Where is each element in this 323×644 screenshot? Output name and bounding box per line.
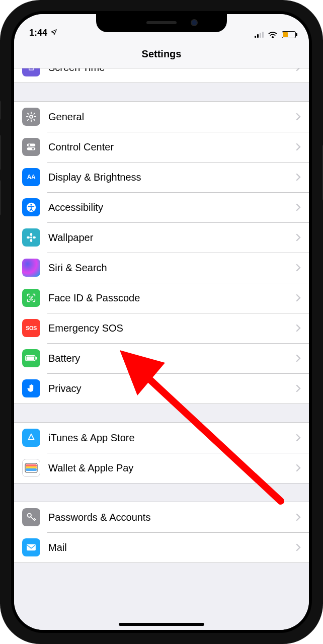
chevron-right-icon bbox=[296, 384, 301, 392]
svg-rect-21 bbox=[26, 468, 37, 471]
mail-icon bbox=[22, 538, 40, 556]
wallet-icon bbox=[22, 459, 40, 477]
row-label: Wallpaper bbox=[48, 232, 296, 244]
chevron-right-icon bbox=[296, 513, 301, 521]
svg-point-0 bbox=[272, 37, 274, 38]
text-size-icon: AA bbox=[22, 168, 40, 186]
switches-icon bbox=[22, 138, 40, 156]
settings-row-display[interactable]: AA Display & Brightness bbox=[14, 162, 309, 192]
cellular-signal-icon bbox=[255, 32, 264, 38]
battery-icon bbox=[22, 349, 40, 367]
row-label: Battery bbox=[48, 353, 296, 364]
settings-row-battery[interactable]: Battery bbox=[14, 343, 309, 373]
svg-point-8 bbox=[30, 236, 32, 238]
settings-group: Passwords & Accounts Mail bbox=[14, 502, 309, 563]
row-label: Accessibility bbox=[48, 202, 296, 213]
svg-point-7 bbox=[30, 204, 32, 205]
row-label: Wallet & Apple Pay bbox=[48, 462, 296, 474]
hand-icon bbox=[22, 379, 40, 397]
svg-point-13 bbox=[27, 264, 36, 272]
key-icon bbox=[22, 508, 40, 526]
settings-row-accessibility[interactable]: Accessibility bbox=[14, 192, 309, 222]
settings-group: Screen Time bbox=[14, 68, 309, 83]
chevron-right-icon bbox=[296, 434, 301, 442]
settings-row-wallet[interactable]: Wallet & Apple Pay bbox=[14, 453, 309, 483]
svg-rect-17 bbox=[27, 357, 34, 360]
svg-point-12 bbox=[33, 236, 36, 238]
location-services-icon bbox=[50, 29, 57, 37]
row-label: Emergency SOS bbox=[48, 323, 296, 334]
settings-row-faceid[interactable]: Face ID & Passcode bbox=[14, 283, 309, 313]
chevron-right-icon bbox=[296, 464, 301, 472]
wifi-icon bbox=[268, 31, 278, 38]
faceid-icon bbox=[22, 289, 40, 307]
chevron-right-icon bbox=[296, 143, 301, 151]
settings-group: General Control Center AA Display & Brig… bbox=[14, 101, 309, 404]
status-time: 1:44 bbox=[29, 28, 47, 38]
chevron-right-icon bbox=[296, 233, 301, 242]
svg-point-10 bbox=[30, 239, 32, 242]
svg-point-3 bbox=[29, 144, 31, 146]
flower-icon bbox=[22, 228, 40, 247]
appstore-icon bbox=[22, 429, 40, 447]
page-title: Settings bbox=[142, 48, 182, 60]
gear-icon bbox=[22, 108, 40, 126]
settings-row-mail[interactable]: Mail bbox=[14, 532, 309, 562]
settings-row-sos[interactable]: SOS Emergency SOS bbox=[14, 313, 309, 343]
svg-point-1 bbox=[30, 115, 33, 118]
settings-row-general[interactable]: General bbox=[14, 102, 309, 132]
settings-row-siri[interactable]: Siri & Search bbox=[14, 253, 309, 283]
settings-group: iTunes & App Store Wallet & Apple Pay bbox=[14, 422, 309, 484]
hourglass-icon bbox=[22, 68, 40, 76]
chevron-right-icon bbox=[296, 264, 301, 272]
svg-point-11 bbox=[27, 236, 30, 238]
chevron-right-icon bbox=[296, 173, 301, 181]
chevron-right-icon bbox=[296, 324, 301, 332]
svg-rect-18 bbox=[36, 357, 37, 359]
svg-point-15 bbox=[32, 297, 33, 297]
device-notch bbox=[96, 14, 227, 32]
home-indicator[interactable] bbox=[119, 623, 204, 626]
svg-rect-24 bbox=[27, 544, 36, 550]
settings-scroll[interactable]: Screen Time General bbox=[14, 68, 309, 630]
row-label: Face ID & Passcode bbox=[48, 292, 296, 304]
siri-icon bbox=[22, 259, 40, 277]
chevron-right-icon bbox=[296, 113, 301, 121]
svg-point-5 bbox=[32, 148, 34, 150]
nav-header: Settings bbox=[14, 40, 309, 68]
row-label: Passwords & Accounts bbox=[48, 512, 296, 523]
sos-icon: SOS bbox=[22, 319, 40, 337]
row-label: General bbox=[48, 111, 296, 123]
settings-row-privacy[interactable]: Privacy bbox=[14, 373, 309, 404]
svg-point-9 bbox=[30, 233, 32, 236]
row-label: Control Center bbox=[48, 141, 296, 153]
chevron-right-icon bbox=[296, 543, 301, 551]
svg-rect-4 bbox=[27, 147, 36, 150]
settings-row-itunes[interactable]: iTunes & App Store bbox=[14, 423, 309, 453]
chevron-right-icon bbox=[296, 68, 301, 71]
settings-row-wallpaper[interactable]: Wallpaper bbox=[14, 222, 309, 253]
row-label: Display & Brightness bbox=[48, 172, 296, 183]
svg-rect-2 bbox=[27, 144, 36, 147]
chevron-right-icon bbox=[296, 294, 301, 302]
row-label: Privacy bbox=[48, 383, 296, 394]
row-label: iTunes & App Store bbox=[48, 432, 296, 444]
chevron-right-icon bbox=[296, 354, 301, 362]
chevron-right-icon bbox=[296, 203, 301, 211]
row-label: Mail bbox=[48, 542, 296, 553]
settings-row-screen-time[interactable]: Screen Time bbox=[14, 68, 309, 83]
svg-point-14 bbox=[30, 297, 30, 297]
accessibility-icon bbox=[22, 198, 40, 216]
row-label: Siri & Search bbox=[48, 262, 296, 274]
battery-status-icon bbox=[282, 31, 296, 38]
row-label: Screen Time bbox=[48, 68, 296, 73]
settings-row-passwords[interactable]: Passwords & Accounts bbox=[14, 502, 309, 532]
settings-row-control-center[interactable]: Control Center bbox=[14, 132, 309, 162]
